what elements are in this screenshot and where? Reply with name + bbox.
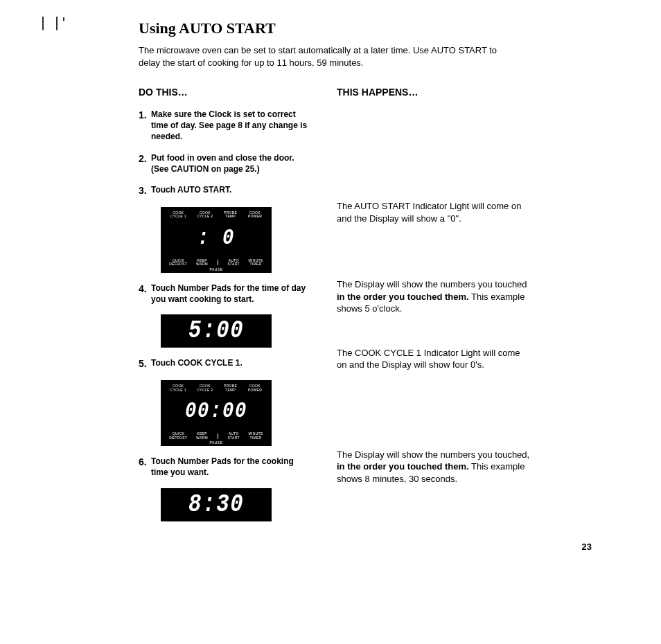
text: The COOK CYCLE 1 Indicator Light will co… <box>337 348 520 370</box>
text: The AUTO START Indicator Light will come… <box>337 201 521 224</box>
label-cook-cycle-1: COOK CYCLE 1 <box>170 384 186 392</box>
label-probe-temp: PROBE TEMP <box>224 211 237 219</box>
explanation-step3: The AUTO START Indicator Light will come… <box>337 200 531 224</box>
separator <box>218 260 218 265</box>
seven-segment-display: 8:30 <box>188 492 244 517</box>
explanation-step6: The Display will show the numbers you to… <box>337 449 531 485</box>
intro-paragraph: The microwave oven can be set to start a… <box>139 44 513 69</box>
label-minute-timer: MINUTE TIMER <box>249 432 263 440</box>
text-bold: in the order you touched them. <box>337 292 469 302</box>
panel-bottom-labels: QUICK DEFROST KEEP WARM AUTO START MINUT… <box>165 432 267 440</box>
label-cook-power: COOK POWER <box>248 384 262 392</box>
explanation-step5: The COOK CYCLE 1 Indicator Light will co… <box>337 347 531 371</box>
step-number: 2. <box>139 152 151 175</box>
label-cook-power: COOK POWER <box>248 211 262 219</box>
step-5: 5. Touch COOK CYCLE 1. <box>139 357 312 370</box>
scan-artifact: | |' <box>39 14 67 30</box>
step-3: 3. Touch AUTO START. <box>139 184 312 197</box>
label-cook-cycle-1: COOK CYCLE 1 <box>170 211 186 219</box>
step-text: Touch Number Pads for the time of day yo… <box>151 283 312 305</box>
microwave-display-panel-step3: COOK CYCLE 1 COOK CYCLE 2 PROBE TEMP COO… <box>161 207 272 273</box>
seven-segment-display: : 0 <box>173 219 260 256</box>
step-text: Touch COOK CYCLE 1. <box>151 357 312 370</box>
label-keep-warm: KEEP WARM <box>196 432 208 440</box>
step-number: 5. <box>139 357 151 370</box>
step-number: 6. <box>139 456 151 478</box>
panel-top-labels: COOK CYCLE 1 COOK CYCLE 2 PROBE TEMP COO… <box>165 384 267 392</box>
seven-segment-display: 00:00 <box>173 392 260 429</box>
page-number: 23 <box>582 542 592 552</box>
step-4: 4. Touch Number Pads for the time of day… <box>139 283 312 305</box>
label-pause: PAUSE <box>165 267 267 271</box>
label-cook-cycle-2: COOK CYCLE 2 <box>197 211 213 219</box>
step-text: Touch Number Pads for the cooking time y… <box>151 456 312 478</box>
text-part1: The Display will show the numbers you to… <box>337 449 529 460</box>
step-number: 1. <box>139 109 151 143</box>
step-2: 2. Put food in oven and close the door. … <box>139 152 312 175</box>
this-happens-column: THIS HAPPENS… The AUTO START Indicator L… <box>337 87 531 530</box>
step-text: Make sure the Clock is set to correct ti… <box>151 109 312 143</box>
label-auto-start: AUTO START <box>227 432 239 440</box>
this-happens-heading: THIS HAPPENS… <box>337 87 531 98</box>
step-number: 3. <box>139 184 151 197</box>
label-keep-warm: KEEP WARM <box>196 259 208 267</box>
text-part1: The Display will show the numbers you to… <box>337 279 527 289</box>
step-text: Touch AUTO START. <box>151 184 312 197</box>
label-probe-temp: PROBE TEMP <box>224 384 237 392</box>
page-title: Using AUTO START <box>139 19 606 37</box>
label-quick-defrost: QUICK DEFROST <box>169 259 187 267</box>
panel-top-labels: COOK CYCLE 1 COOK CYCLE 2 PROBE TEMP COO… <box>165 211 267 219</box>
label-quick-defrost: QUICK DEFROST <box>169 432 187 440</box>
label-auto-start: AUTO START <box>227 259 239 267</box>
label-pause: PAUSE <box>165 440 267 445</box>
step-text: Put food in oven and close the door. (Se… <box>151 152 312 175</box>
step-1: 1. Make sure the Clock is set to correct… <box>139 109 312 143</box>
label-minute-timer: MINUTE TIMER <box>249 259 263 267</box>
do-this-column: DO THIS… 1. Make sure the Clock is set t… <box>139 87 312 530</box>
do-this-heading: DO THIS… <box>139 87 312 98</box>
separator <box>218 433 218 439</box>
seven-segment-display: 5:00 <box>188 319 244 343</box>
text-bold: in the order you touched them. <box>337 461 469 472</box>
explanation-step4: The Display will show the numbers you to… <box>337 278 531 315</box>
microwave-display-panel-step6: 8:30 <box>161 488 272 521</box>
panel-bottom-labels: QUICK DEFROST KEEP WARM AUTO START MINUT… <box>165 259 267 267</box>
microwave-display-panel-step5: COOK CYCLE 1 COOK CYCLE 2 PROBE TEMP COO… <box>161 380 272 446</box>
label-cook-cycle-2: COOK CYCLE 2 <box>197 384 213 392</box>
microwave-display-panel-step4: 5:00 <box>161 314 272 348</box>
step-number: 4. <box>139 283 151 305</box>
step-6: 6. Touch Number Pads for the cooking tim… <box>139 456 312 478</box>
